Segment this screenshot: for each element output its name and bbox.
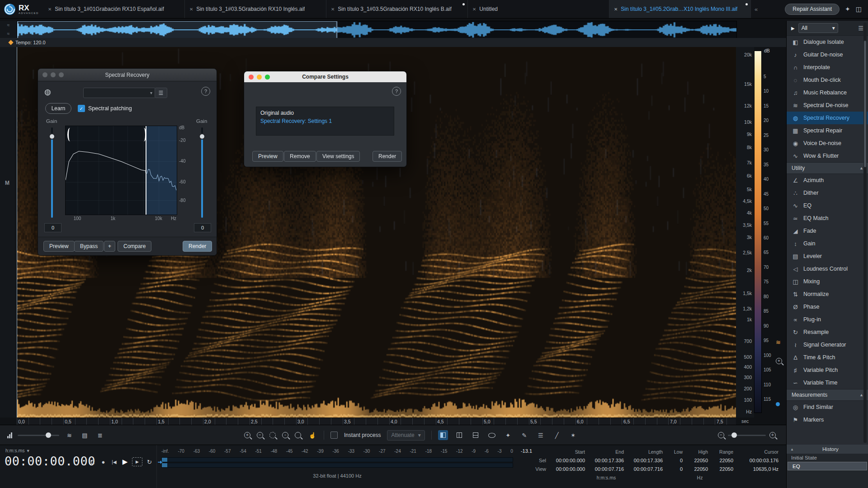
- module-item-leveler[interactable]: ▤Leveler: [787, 250, 868, 263]
- spectrum-plot[interactable]: [65, 126, 177, 215]
- preset-select[interactable]: ▾: [83, 88, 156, 98]
- module-item-mixing[interactable]: ◫Mixing: [787, 275, 868, 288]
- amplitude-colorbar[interactable]: [754, 51, 762, 413]
- channel-badge[interactable]: M: [5, 180, 9, 186]
- tab[interactable]: ✕Sin título 3_1#01Grabación RX10 Español…: [43, 0, 185, 18]
- play-button[interactable]: ▶: [121, 458, 129, 466]
- preset-menu-button[interactable]: ☰: [155, 88, 167, 98]
- wave-spectrogram-blend-slider[interactable]: [18, 435, 59, 436]
- window-titlebar[interactable]: Spectral Recovery: [38, 69, 217, 81]
- search-magnifier-icon[interactable]: [295, 432, 301, 438]
- module-list-menu-icon[interactable]: ☰: [858, 25, 863, 32]
- module-item-markers[interactable]: ⚑Markers: [787, 413, 868, 426]
- compare-list-item[interactable]: Original audio: [256, 109, 394, 117]
- module-item-eq[interactable]: ∿EQ: [787, 199, 868, 212]
- level-meter-icon[interactable]: [7, 432, 12, 438]
- module-item-wow-flutter[interactable]: ∿Wow & Flutter: [787, 150, 868, 162]
- compare-settings-window[interactable]: Compare Settings ? Original audioSpectra…: [244, 71, 407, 167]
- bypass-button[interactable]: Bypass: [74, 241, 104, 252]
- gain-left-value[interactable]: 0: [44, 223, 61, 232]
- module-item-spectral-repair[interactable]: ▦Spectral Repair: [787, 124, 868, 137]
- overview-handle-top-icon[interactable]: ≈: [7, 23, 10, 28]
- clipboard-doc-icon[interactable]: ≣: [95, 430, 105, 440]
- monitor-button[interactable]: Ω: [89, 458, 96, 466]
- repair-assistant-button[interactable]: Repair Assistant: [785, 4, 840, 15]
- spectrogram-settings-icon[interactable]: ≋: [776, 339, 781, 346]
- module-item-dialogue-isolate[interactable]: ◧Dialogue Isolate: [787, 36, 868, 48]
- module-item-spectral-recovery[interactable]: ◍Spectral Recovery: [787, 112, 868, 124]
- tab-close-icon[interactable]: ✕: [472, 7, 476, 12]
- spectral-patching-checkbox[interactable]: ✓: [78, 105, 85, 112]
- compare-settings-list[interactable]: Original audioSpectral Recovery: Setting…: [256, 107, 394, 136]
- go-to-start-button[interactable]: |◀: [110, 458, 118, 466]
- module-item-variable-pitch[interactable]: ♯Variable Pitch: [787, 364, 868, 376]
- module-preview-icon[interactable]: ▶: [791, 26, 795, 31]
- module-item-variable-time[interactable]: ∽Variable Time: [787, 376, 868, 389]
- band-boundary-line[interactable]: [146, 126, 146, 215]
- history-header[interactable]: ▲ History: [787, 445, 868, 454]
- tab[interactable]: ✕Untitled: [468, 0, 609, 18]
- meter-peak-readout[interactable]: -13.1: [521, 448, 532, 454]
- freq-zoom-in-icon[interactable]: +: [776, 358, 782, 364]
- blend-slider-knob[interactable]: [46, 432, 51, 438]
- spectrogram-settings-icon[interactable]: ≋: [65, 430, 75, 440]
- zoom-in-icon[interactable]: +: [244, 432, 250, 438]
- tab-scroll-icon[interactable]: «: [751, 0, 761, 18]
- tab[interactable]: ✕Sin título 3_1#03.5Grabación RX10 Inglé…: [326, 0, 468, 18]
- magic-wand-tool-icon[interactable]: ✶: [568, 430, 578, 440]
- module-item-signal-generator[interactable]: ≀Signal Generator: [787, 338, 868, 351]
- module-panel-scrollbar[interactable]: [863, 23, 867, 443]
- module-item-interpolate[interactable]: ∩Interpolate: [787, 61, 868, 74]
- time-ruler[interactable]: 0,00,51,01,52,02,53,03,54,04,55,05,56,06…: [17, 418, 736, 425]
- render-button[interactable]: Render: [183, 241, 212, 252]
- add-preset-button[interactable]: +: [104, 241, 115, 252]
- recovery-band-region[interactable]: [146, 126, 177, 215]
- time-format-select[interactable]: h:m:s.ms ▾: [5, 448, 29, 453]
- low-freq-handle[interactable]: [67, 128, 73, 141]
- zoom-selection-icon[interactable]: [269, 432, 276, 438]
- overview-handle-bottom-icon[interactable]: ≈: [7, 31, 10, 36]
- module-item-time-pitch[interactable]: ΔTime & Pitch: [787, 351, 868, 364]
- wand-tool-icon[interactable]: ✦: [503, 430, 513, 440]
- gain-right-knob[interactable]: [199, 133, 205, 140]
- module-item-voice-de-noise[interactable]: ◉Voice De-noise: [787, 137, 868, 150]
- module-item-gain[interactable]: ↕Gain: [787, 237, 868, 250]
- remove-button[interactable]: Remove: [284, 151, 316, 162]
- gain-right-slider[interactable]: [199, 127, 205, 218]
- gain-right-value[interactable]: 0: [194, 223, 211, 232]
- tempo-marker-icon[interactable]: [8, 40, 13, 45]
- module-item-dither[interactable]: ∴Dither: [787, 187, 868, 199]
- module-item-mouth-de-click[interactable]: ◌Mouth De-click: [787, 74, 868, 86]
- learn-button[interactable]: Learn: [45, 103, 71, 114]
- close-window-icon[interactable]: [249, 75, 254, 80]
- hzoom-slider-knob[interactable]: [731, 432, 737, 438]
- module-item-resample[interactable]: ↻Resample: [787, 326, 868, 338]
- module-item-normalize[interactable]: ⇅Normalize: [787, 288, 868, 300]
- playhead-cursor[interactable]: [17, 47, 17, 418]
- module-filter-select[interactable]: All ▾: [798, 23, 838, 33]
- sparkle-wand-icon[interactable]: ✦: [845, 5, 850, 13]
- workspace-panels-icon[interactable]: ◫: [856, 5, 862, 13]
- minimize-window-icon[interactable]: [257, 75, 262, 80]
- module-item-azimuth[interactable]: ∠Azimuth: [787, 174, 868, 187]
- tab[interactable]: ✕Sin título 3_1#03.5Grabación RX10 Inglé…: [185, 0, 326, 18]
- module-item-spectral-de-noise[interactable]: ≋Spectral De-noise: [787, 99, 868, 112]
- selection-freq-tool[interactable]: [471, 430, 481, 440]
- selection-timefreq-tool[interactable]: [438, 430, 448, 440]
- maximize-window-icon[interactable]: [265, 75, 270, 80]
- zoom-fit-icon[interactable]: ▫: [282, 432, 288, 438]
- minimize-window-icon[interactable]: [51, 72, 56, 77]
- compare-list-item[interactable]: Spectral Recovery: Settings 1: [256, 117, 394, 125]
- gain-left-knob[interactable]: [49, 133, 55, 140]
- maximize-window-icon[interactable]: [59, 72, 64, 77]
- hzoom-slider[interactable]: [728, 435, 766, 436]
- free-draw-tool-icon[interactable]: ╱: [552, 430, 562, 440]
- tab-close-icon[interactable]: ✕: [48, 7, 52, 12]
- frequency-scale[interactable]: 20k15k12k10k9k8k7k6k5k4,5k4k3,5k3k2,5k2k…: [736, 47, 754, 418]
- freq-zoom-reset-icon[interactable]: [776, 402, 780, 406]
- module-item-find-similar[interactable]: ◎Find Similar: [787, 401, 868, 413]
- hand-tool-icon[interactable]: ☝: [307, 430, 317, 440]
- module-item-fade[interactable]: ◢Fade: [787, 225, 868, 237]
- history-item[interactable]: EQ: [788, 462, 867, 470]
- preview-button[interactable]: Preview: [43, 241, 75, 252]
